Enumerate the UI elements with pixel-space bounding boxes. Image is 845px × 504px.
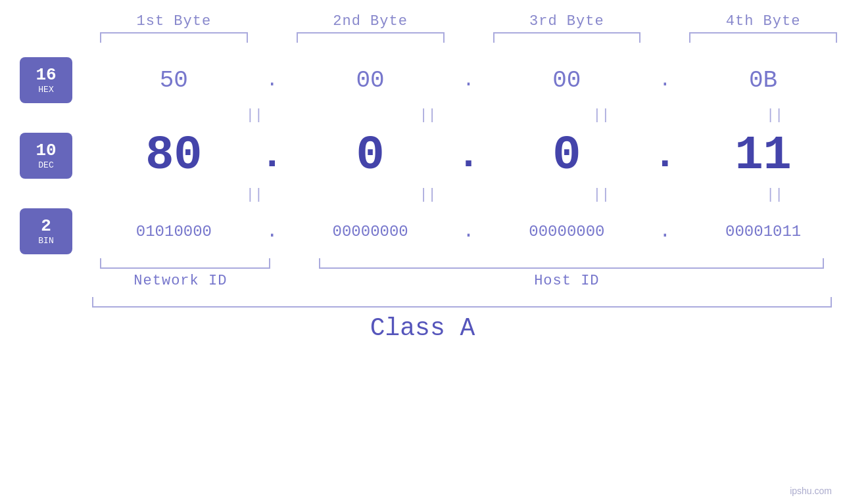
bottom-brackets xyxy=(92,258,832,269)
dec-data-cols: 80 . 0 . 0 . 11 xyxy=(92,129,845,183)
bin-val-4: 00001011 xyxy=(681,223,845,241)
equals-row-2: || || || || xyxy=(0,184,845,206)
bin-dot-3: . xyxy=(648,220,681,242)
bin-val-2: 00000000 xyxy=(289,223,452,241)
dec-badge-label: DEC xyxy=(38,160,53,170)
bottom-sep-label xyxy=(269,273,302,289)
hex-data-cols: 50 . 00 . 00 . 0B xyxy=(92,67,845,94)
bracket-byte3 xyxy=(493,32,641,43)
dec-val-2: 0 xyxy=(289,129,452,183)
bin-dot-1: . xyxy=(256,220,289,242)
bracket-sep-1 xyxy=(278,258,311,269)
bin-dot-2: . xyxy=(452,220,485,242)
class-label: Class A xyxy=(0,314,845,342)
hex-val-3: 00 xyxy=(485,67,649,94)
bin-badge-col: 2 BIN xyxy=(0,208,92,254)
main-container: 1st Byte 2nd Byte 3rd Byte 4th Byte 16 H… xyxy=(0,0,845,504)
bin-val-3: 00000000 xyxy=(485,223,649,241)
eq2-4: || xyxy=(704,184,845,206)
dec-dot-2: . xyxy=(452,136,485,175)
bracket-byte2 xyxy=(297,32,445,43)
hex-val-1: 50 xyxy=(92,67,256,94)
eq1-2: || xyxy=(358,104,498,126)
hex-dot-2: . xyxy=(452,69,485,91)
byte3-header: 3rd Byte xyxy=(485,13,649,30)
dec-badge-number: 10 xyxy=(36,141,56,160)
watermark: ipshu.com xyxy=(790,486,832,496)
eq1-4: || xyxy=(704,104,845,126)
dec-val-3: 0 xyxy=(485,129,649,183)
hex-row: 16 HEX 50 . 00 . 00 . 0B xyxy=(0,57,845,103)
byte4-header: 4th Byte xyxy=(681,13,845,30)
bin-badge-number: 2 xyxy=(41,217,51,236)
host-id-label: Host ID xyxy=(302,273,832,289)
dec-dot-3: . xyxy=(648,136,681,175)
byte2-header: 2nd Byte xyxy=(289,13,452,30)
byte1-header: 1st Byte xyxy=(92,13,256,30)
hex-badge: 16 HEX xyxy=(20,57,72,103)
full-bracket-row xyxy=(0,297,845,308)
dec-dot-1: . xyxy=(256,136,289,175)
byte-headers-row: 1st Byte 2nd Byte 3rd Byte 4th Byte xyxy=(0,13,845,30)
dec-val-1: 80 xyxy=(92,129,256,183)
bottom-brackets-area: Network ID Host ID xyxy=(0,258,845,289)
bottom-labels: Network ID Host ID xyxy=(92,273,832,289)
eq2-2: || xyxy=(358,184,498,206)
host-id-bracket xyxy=(319,258,824,269)
eq1-1: || xyxy=(184,104,325,126)
eq2-1: || xyxy=(184,184,325,206)
bracket-byte1 xyxy=(100,32,248,43)
network-id-label: Network ID xyxy=(92,273,269,289)
bin-badge-label: BIN xyxy=(38,236,53,246)
dec-row: 10 DEC 80 . 0 . 0 . 11 xyxy=(0,129,845,183)
eq2-3: || xyxy=(531,184,672,206)
top-brackets xyxy=(0,32,845,45)
dec-badge: 10 DEC xyxy=(20,133,72,179)
bin-badge: 2 BIN xyxy=(20,208,72,254)
hex-badge-number: 16 xyxy=(36,66,56,85)
hex-badge-col: 16 HEX xyxy=(0,57,92,103)
bin-data-cols: 01010000 . 00000000 . 00000000 . 0000101… xyxy=(92,220,845,242)
hex-badge-label: HEX xyxy=(38,85,53,95)
hex-dot-1: . xyxy=(256,69,289,91)
bin-val-1: 01010000 xyxy=(92,223,256,241)
bracket-byte4 xyxy=(689,32,837,43)
dec-badge-col: 10 DEC xyxy=(0,133,92,179)
hex-val-4: 0B xyxy=(681,67,845,94)
bin-row: 2 BIN 01010000 . 00000000 . 00000000 . 0… xyxy=(0,208,845,254)
eq1-3: || xyxy=(531,104,672,126)
hex-dot-3: . xyxy=(648,69,681,91)
hex-val-2: 00 xyxy=(289,67,452,94)
full-bracket xyxy=(92,297,832,308)
network-id-bracket xyxy=(100,258,270,269)
equals-row-1: || || || || xyxy=(0,104,845,126)
dec-val-4: 11 xyxy=(681,129,845,183)
